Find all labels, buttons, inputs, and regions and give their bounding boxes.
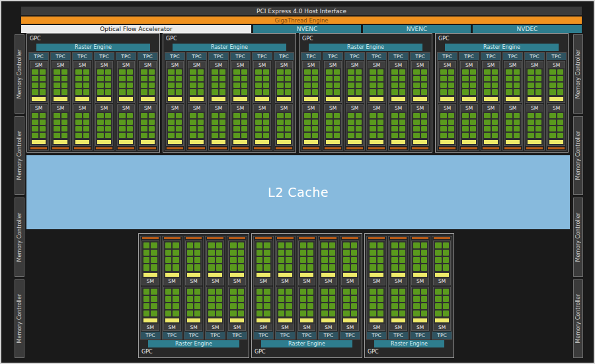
core-cell (421, 76, 428, 81)
core-cell (264, 303, 270, 309)
raster-engine-bar: Raster Engine (261, 340, 352, 347)
core-cell (443, 242, 450, 248)
texture-unit-bar (483, 147, 499, 149)
sm-label: SM (139, 61, 156, 68)
core-cell (255, 76, 262, 81)
core-cell (377, 120, 384, 125)
core-cell (443, 264, 450, 270)
core-cell (448, 89, 455, 94)
core-cell (32, 83, 38, 88)
sm-label: SM (434, 324, 450, 330)
core-cell (32, 113, 38, 118)
special-unit-bar (255, 140, 269, 144)
tpc-label: TPC (206, 332, 225, 339)
core-cell (443, 257, 450, 263)
tpc-block: TPCSMSM (208, 52, 229, 151)
core-cell (557, 69, 564, 75)
sm-block: SM (117, 104, 135, 147)
texture-unit-bar (118, 147, 134, 149)
core-cell (119, 89, 126, 94)
sm-block: SM (324, 61, 342, 103)
special-unit-bar (549, 140, 563, 144)
core-cell (343, 264, 349, 270)
core-cell (370, 69, 376, 75)
core-cell (300, 289, 306, 295)
sm-block: SM (188, 61, 206, 103)
core-cell (241, 76, 248, 81)
texture-unit-bar (412, 237, 428, 239)
core-grid (207, 241, 223, 272)
core-grid (368, 68, 385, 96)
core-cell (212, 76, 218, 81)
sm-block: SM (163, 240, 181, 285)
sm-label: SM (303, 105, 319, 112)
sm-block: SM (141, 287, 159, 332)
core-grid (390, 68, 407, 96)
core-cell (40, 113, 46, 118)
core-cell (264, 242, 270, 248)
core-cell (219, 83, 226, 88)
texture-unit-bar (368, 237, 385, 239)
core-cell (312, 133, 319, 138)
core-cell (97, 83, 104, 88)
core-cell (285, 83, 292, 88)
special-unit-bar (75, 140, 89, 144)
special-unit-bar (413, 140, 427, 144)
core-cell (536, 89, 542, 94)
core-cell (277, 120, 284, 125)
core-cell (304, 76, 311, 81)
core-cell (119, 126, 126, 131)
core-cell (61, 113, 68, 118)
core-cell (321, 303, 327, 309)
core-cell (83, 76, 90, 81)
core-cell (413, 310, 420, 316)
core-cell (141, 113, 147, 118)
core-grid (118, 112, 134, 140)
texture-unit-bar (439, 147, 456, 149)
special-unit-bar (278, 273, 292, 277)
core-cell (440, 120, 447, 125)
special-unit-bar (187, 273, 201, 277)
sm-label: SM (299, 324, 315, 330)
sm-block: SM (504, 104, 522, 147)
sm-label: SM (52, 105, 69, 112)
core-cell (277, 69, 284, 75)
core-cell (168, 133, 175, 138)
core-cell (233, 89, 240, 94)
core-cell (165, 250, 171, 256)
core-grid (254, 68, 270, 96)
core-grid (434, 241, 450, 272)
core-cell (151, 264, 157, 270)
special-unit-bar (435, 273, 449, 277)
core-cell (176, 120, 182, 125)
core-cell (97, 133, 104, 138)
gpc-label: GPC (28, 35, 158, 43)
tpc-row: TPCSMSMTPCSMSMTPCSMSMTPCSMSMTPCSMSMTPCSM… (437, 52, 567, 151)
core-cell (443, 289, 450, 295)
sm-label: SM (207, 278, 223, 285)
core-grid (412, 112, 428, 140)
core-grid (229, 241, 245, 272)
special-unit-bar (528, 97, 541, 101)
memory-controller-block: Memory Controller (573, 198, 583, 277)
core-cell (391, 69, 398, 75)
core-cell (285, 76, 292, 81)
core-cell (278, 289, 284, 295)
raster-engine-bar: Raster Engine (445, 44, 559, 51)
memory-controller-block: Memory Controller (15, 34, 24, 114)
core-cell (278, 257, 284, 263)
core-cell (168, 126, 175, 131)
special-unit-bar (165, 273, 179, 277)
core-cell (40, 83, 46, 88)
tpc-block: TPCSMSM (344, 52, 365, 151)
tpc-block: SMSMTPC (275, 236, 296, 340)
tpc-label: TPC (163, 332, 182, 339)
core-cell (528, 76, 534, 81)
core-cell (549, 126, 556, 131)
sm-block: SM (526, 104, 543, 147)
core-cell (321, 242, 327, 248)
gpc-label: GPC (366, 348, 452, 356)
core-cell (321, 310, 327, 316)
core-cell (119, 76, 126, 81)
sm-block: SM (210, 104, 227, 147)
